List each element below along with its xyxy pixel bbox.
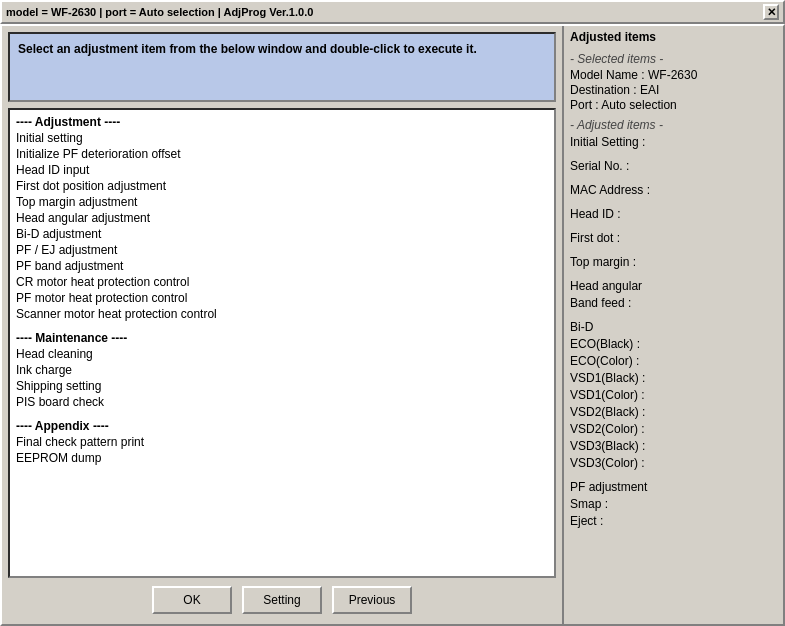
field-label: VSD2(Color) : <box>570 422 761 436</box>
right-panel-title: Adjusted items <box>564 26 767 48</box>
field-label: ECO(Color) : <box>570 354 761 368</box>
list-item[interactable]: Initial setting <box>12 130 552 146</box>
left-panel: Select an adjustment item from the below… <box>2 26 562 624</box>
info-line: Model Name : WF-2630 <box>570 68 761 82</box>
field-label <box>570 176 761 180</box>
field-label: Serial No. : <box>570 159 761 173</box>
field-label: VSD2(Black) : <box>570 405 761 419</box>
list-container: ---- Adjustment ----Initial settingIniti… <box>8 108 556 578</box>
field-label: Head angular <box>570 279 761 293</box>
list-item[interactable]: PF motor heat protection control <box>12 290 552 306</box>
setting-button[interactable]: Setting <box>242 586 322 614</box>
field-label: Head ID : <box>570 207 761 221</box>
list-item: ---- Adjustment ---- <box>12 114 552 130</box>
title-bar: model = WF-2630 | port = Auto selection … <box>0 0 785 24</box>
field-label: Eject : <box>570 514 761 528</box>
list-item[interactable]: Scanner motor heat protection control <box>12 306 552 322</box>
ok-button[interactable]: OK <box>152 586 232 614</box>
field-label: VSD1(Color) : <box>570 388 761 402</box>
list-item[interactable]: CR motor heat protection control <box>12 274 552 290</box>
field-label: Initial Setting : <box>570 135 761 149</box>
list-item <box>12 410 552 418</box>
buttons-row: OK Setting Previous <box>8 578 556 618</box>
field-label <box>570 152 761 156</box>
field-label <box>570 224 761 228</box>
selected-label: - Selected items - <box>570 52 761 66</box>
field-label: Top margin : <box>570 255 761 269</box>
right-panel-content[interactable]: - Selected items -Model Name : WF-2630De… <box>564 48 767 624</box>
list-item <box>12 322 552 330</box>
field-label: VSD3(Black) : <box>570 439 761 453</box>
close-button[interactable]: ✕ <box>763 4 779 20</box>
list-item[interactable]: Head ID input <box>12 162 552 178</box>
field-label: VSD1(Black) : <box>570 371 761 385</box>
field-label: ECO(Black) : <box>570 337 761 351</box>
right-panel: Adjusted items - Selected items -Model N… <box>562 26 767 624</box>
field-label: VSD3(Color) : <box>570 456 761 470</box>
list-item[interactable]: EEPROM dump <box>12 450 552 466</box>
info-line: Destination : EAI <box>570 83 761 97</box>
field-label <box>570 473 761 477</box>
field-label <box>570 248 761 252</box>
field-label: Smap : <box>570 497 761 511</box>
list-item[interactable]: Ink charge <box>12 362 552 378</box>
field-label: MAC Address : <box>570 183 761 197</box>
field-label <box>570 313 761 317</box>
adjusted-label: - Adjusted items - <box>570 118 761 132</box>
field-label: Bi-D <box>570 320 761 334</box>
list-item[interactable]: PIS board check <box>12 394 552 410</box>
field-label: First dot : <box>570 231 761 245</box>
list-item[interactable]: Final check pattern print <box>12 434 552 450</box>
info-line: Port : Auto selection <box>570 98 761 112</box>
list-item[interactable]: Head cleaning <box>12 346 552 362</box>
main-container: Select an adjustment item from the below… <box>0 24 785 626</box>
list-item: ---- Maintenance ---- <box>12 330 552 346</box>
info-text: Select an adjustment item from the below… <box>18 42 546 56</box>
info-box: Select an adjustment item from the below… <box>8 32 556 102</box>
list-item[interactable]: Initialize PF deterioration offset <box>12 146 552 162</box>
list-content[interactable]: ---- Adjustment ----Initial settingIniti… <box>10 110 554 576</box>
list-item: ---- Appendix ---- <box>12 418 552 434</box>
field-label <box>570 272 761 276</box>
list-item[interactable]: Top margin adjustment <box>12 194 552 210</box>
list-item[interactable]: PF / EJ adjustment <box>12 242 552 258</box>
field-label <box>570 200 761 204</box>
list-item[interactable]: Shipping setting <box>12 378 552 394</box>
list-item[interactable]: Head angular adjustment <box>12 210 552 226</box>
field-label: PF adjustment <box>570 480 761 494</box>
previous-button[interactable]: Previous <box>332 586 412 614</box>
list-item[interactable]: Bi-D adjustment <box>12 226 552 242</box>
title-bar-text: model = WF-2630 | port = Auto selection … <box>6 6 313 18</box>
list-item[interactable]: First dot position adjustment <box>12 178 552 194</box>
field-label: Band feed : <box>570 296 761 310</box>
list-item[interactable]: PF band adjustment <box>12 258 552 274</box>
